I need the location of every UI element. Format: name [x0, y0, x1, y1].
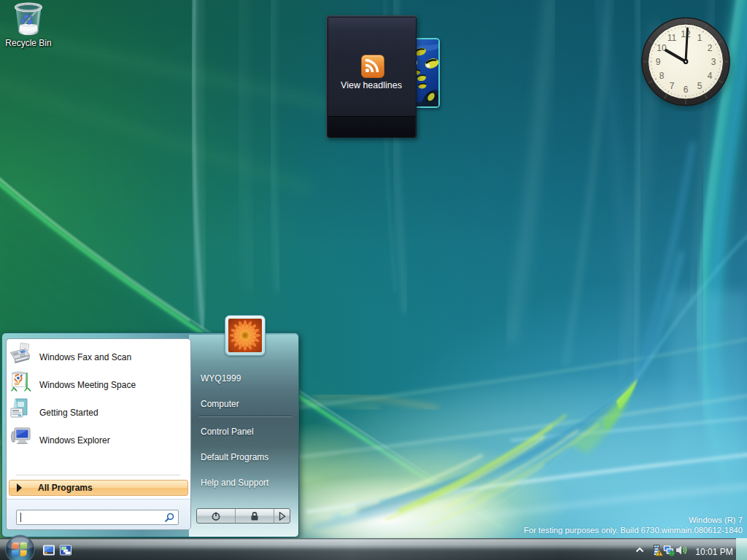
svg-text:4: 4	[708, 71, 713, 81]
svg-text:3: 3	[711, 57, 716, 67]
svg-text:6: 6	[684, 85, 689, 95]
svg-text:11: 11	[667, 33, 677, 43]
svg-text:8: 8	[659, 71, 665, 81]
svg-text:2: 2	[708, 43, 713, 53]
svg-text:5: 5	[697, 81, 703, 91]
svg-text:7: 7	[670, 81, 675, 91]
svg-text:10: 10	[657, 43, 667, 53]
svg-text:12: 12	[681, 29, 691, 39]
svg-text:1: 1	[697, 33, 703, 43]
svg-text:9: 9	[656, 57, 661, 67]
